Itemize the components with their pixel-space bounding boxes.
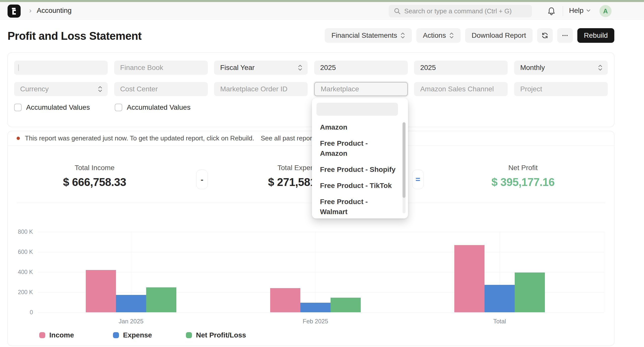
updown-chevron-icon	[400, 32, 405, 39]
amazon-sales-channel-placeholder: Amazon Sales Channel	[420, 85, 494, 93]
filters-card: Finance Book Fiscal Year 2025 2025 Month…	[8, 52, 614, 127]
actions-menu-button[interactable]: Actions	[416, 28, 461, 43]
rebuild-button[interactable]: Rebuild	[577, 28, 614, 43]
page-title: Profit and Loss Statement	[8, 30, 142, 42]
x-axis-tick-label: Jan 2025	[101, 318, 161, 325]
legend-item-income: Income	[39, 331, 74, 339]
bar-net-profit-loss-total[interactable]	[515, 273, 545, 312]
report-card: This report was generated just now. To g…	[8, 131, 614, 346]
text-caret	[18, 64, 19, 71]
from-fiscal-year-input[interactable]: 2025	[314, 61, 408, 75]
filter-row-2: Currency Cost Center Marketplace Order I…	[14, 82, 608, 96]
amazon-sales-channel-filter-input[interactable]: Amazon Sales Channel	[414, 82, 508, 96]
legend-swatch-icon	[113, 332, 119, 338]
download-report-label: Download Report	[472, 31, 526, 40]
project-placeholder: Project	[520, 85, 542, 93]
app-screen: › Accounting Search or type a command (C…	[0, 0, 644, 347]
y-gridline	[38, 312, 604, 313]
y-axis-tick-label: 600 K	[13, 249, 33, 255]
bar-income-total[interactable]	[454, 245, 485, 312]
finance-book-filter-input[interactable]: Finance Book	[114, 61, 208, 75]
dropdown-option-free-product-walmart[interactable]: Free Product -Walmart	[320, 197, 404, 217]
bar-net-profit-loss-jan-2025[interactable]	[146, 287, 176, 312]
more-options-button[interactable]	[557, 28, 573, 43]
profit-loss-chart: 800 K600 K400 K200 K0Jan 2025Feb 2025Tot…	[8, 131, 614, 346]
marketplace-order-id-placeholder: Marketplace Order ID	[220, 85, 288, 93]
marketplace-filter-input[interactable]: Marketplace	[314, 82, 408, 96]
period-basis-value: Fiscal Year	[220, 64, 255, 72]
bar-net-profit-loss-feb-2025[interactable]	[331, 298, 361, 312]
bar-expense-feb-2025[interactable]	[300, 303, 331, 312]
y-gridline	[38, 232, 604, 232]
accumulated-values-checkbox-2[interactable]: Accumulated Values	[115, 103, 215, 111]
marketplace-dropdown: AmazonFree Product -AmazonFree Product -…	[312, 98, 408, 218]
app-logo[interactable]	[8, 5, 21, 18]
search-icon	[394, 8, 401, 15]
checkbox-unchecked[interactable]	[115, 104, 122, 111]
global-search-input[interactable]: Search or type a command (Ctrl + G)	[389, 5, 532, 17]
to-fiscal-year-input[interactable]: 2025	[414, 61, 508, 75]
ellipsis-icon	[561, 32, 569, 39]
window-accent-strip	[0, 0, 644, 2]
from-fiscal-year-value: 2025	[320, 64, 336, 72]
filter-checkbox-row: Accumulated Values Accumulated Values	[14, 103, 608, 111]
refresh-button[interactable]	[537, 28, 553, 43]
dropdown-scrollbar[interactable]	[403, 122, 406, 213]
financial-statements-label: Financial Statements	[331, 31, 397, 40]
y-axis-tick-label: 0	[13, 309, 33, 316]
y-gridline	[38, 272, 604, 272]
navbar-divider	[563, 6, 563, 16]
filter-row-1: Finance Book Fiscal Year 2025 2025 Month…	[14, 61, 608, 75]
help-menu[interactable]: Help	[569, 7, 591, 15]
legend-swatch-icon	[186, 332, 192, 338]
y-axis-tick-label: 800 K	[13, 228, 33, 235]
bell-icon	[546, 6, 556, 16]
project-filter-input[interactable]: Project	[514, 82, 608, 96]
dropdown-option-free-product-shopify[interactable]: Free Product - Shopify	[320, 165, 404, 175]
breadcrumb[interactable]: Accounting	[37, 7, 72, 15]
company-filter-input[interactable]	[14, 61, 108, 75]
updown-chevron-icon	[598, 64, 603, 71]
bar-income-feb-2025[interactable]	[270, 288, 300, 312]
x-gridline	[315, 232, 316, 312]
accumulated-values-checkbox-1[interactable]: Accumulated Values	[14, 103, 115, 111]
checkbox-unchecked[interactable]	[14, 104, 22, 111]
navbar: › Accounting Search or type a command (C…	[0, 2, 644, 20]
dropdown-search-input[interactable]	[316, 103, 398, 116]
dropdown-option-amazon[interactable]: Amazon	[320, 122, 404, 132]
marketplace-order-id-filter-input[interactable]: Marketplace Order ID	[214, 82, 308, 96]
breadcrumb-chevron-icon: ›	[29, 7, 31, 15]
dropdown-option-free-product-tiktok[interactable]: Free Product - TikTok	[320, 181, 404, 191]
bar-expense-jan-2025[interactable]	[116, 295, 146, 312]
financial-statements-select[interactable]: Financial Statements	[325, 28, 412, 43]
cost-center-filter-input[interactable]: Cost Center	[114, 82, 208, 96]
chevron-down-icon	[586, 8, 591, 13]
legend-item-expense: Expense	[113, 331, 152, 339]
bar-income-jan-2025[interactable]	[86, 270, 116, 312]
marketplace-placeholder: Marketplace	[321, 85, 359, 93]
user-avatar[interactable]: A	[599, 5, 612, 17]
dropdown-scrollbar-thumb[interactable]	[403, 122, 406, 198]
to-fiscal-year-value: 2025	[420, 64, 436, 72]
legend-label: Net Profit/Loss	[196, 331, 246, 339]
dropdown-option-free-product-amazon[interactable]: Free Product -Amazon	[320, 138, 404, 159]
legend-swatch-icon	[39, 332, 45, 338]
legend-label: Income	[49, 331, 74, 339]
erpnext-logo-icon	[10, 7, 18, 15]
legend-item-net-profit-loss: Net Profit/Loss	[186, 331, 246, 339]
actions-label: Actions	[423, 31, 446, 40]
currency-placeholder: Currency	[20, 85, 49, 93]
currency-select[interactable]: Currency	[14, 82, 108, 96]
x-axis-tick-label: Feb 2025	[285, 318, 346, 325]
y-axis-tick-label: 200 K	[13, 289, 33, 296]
periodicity-select[interactable]: Monthly	[514, 61, 608, 75]
period-basis-select[interactable]: Fiscal Year	[214, 61, 308, 75]
bar-expense-total[interactable]	[485, 285, 515, 312]
download-report-button[interactable]: Download Report	[465, 28, 533, 43]
help-label: Help	[569, 7, 584, 15]
cost-center-placeholder: Cost Center	[120, 85, 158, 93]
finance-book-placeholder: Finance Book	[120, 64, 163, 72]
notifications-button[interactable]	[546, 6, 556, 16]
title-actions: Financial Statements Actions Download Re…	[325, 28, 614, 43]
x-gridline	[604, 232, 604, 312]
